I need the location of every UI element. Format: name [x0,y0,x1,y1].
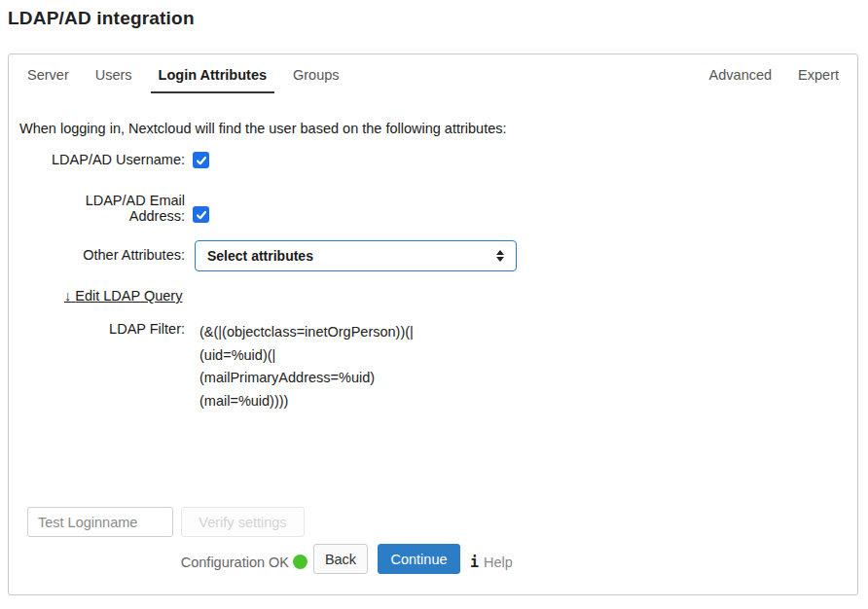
tab-users[interactable]: Users [88,67,140,91]
ldap-filter-value: (&(|(objectclass=inetOrgPerson))(| (uid=… [199,321,443,412]
select-value: Select attributes [207,248,496,264]
ldap-filter-line: (uid=%uid)(|(mailPrimaryAddress=%uid) [199,344,443,390]
tab-groups[interactable]: Groups [285,67,347,91]
ldap-filter-line: (&(|(objectclass=inetOrgPerson))(| [199,321,443,344]
edit-ldap-query-label: Edit LDAP Query [75,288,182,304]
username-attribute-checkbox[interactable] [193,152,209,168]
tab-login-attributes[interactable]: Login Attributes [151,67,274,93]
username-attribute-label: LDAP/AD Username: [19,153,185,168]
status-ok-dot [293,555,307,569]
tab-expert[interactable]: Expert [790,67,847,91]
select-updown-icon [496,250,504,262]
other-attributes-label: Other Attributes: [19,248,185,264]
verify-settings-button[interactable]: Verify settings [181,507,305,537]
help-info-icon: i [470,554,479,571]
email-attribute-label: LDAP/AD Email Address: [68,194,185,224]
intro-text: When logging in, Nextcloud will find the… [19,121,507,136]
email-attribute-checkbox[interactable] [193,206,209,223]
down-arrow-icon: ↓ [64,288,71,304]
ldap-filter-label: LDAP Filter: [19,322,185,338]
back-button[interactable]: Back [313,544,368,574]
check-icon [196,155,207,166]
ldap-filter-line: (mail=%uid)))) [199,390,443,413]
configuration-status-text: Configuration OK [97,555,289,570]
attributes-select[interactable]: Select attributes [195,240,517,271]
tab-server[interactable]: Server [19,67,77,91]
page-title: LDAP/AD integration [8,8,195,29]
check-icon [196,209,207,221]
help-label: Help [484,555,513,570]
help-link[interactable]: i Help [470,554,513,571]
tab-bar: Server Users Login Attributes Groups Adv… [8,54,858,93]
test-loginname-input[interactable] [27,507,173,537]
continue-button[interactable]: Continue [378,544,460,574]
edit-ldap-query-link[interactable]: ↓ Edit LDAP Query [64,288,182,304]
tab-advanced[interactable]: Advanced [702,67,780,91]
